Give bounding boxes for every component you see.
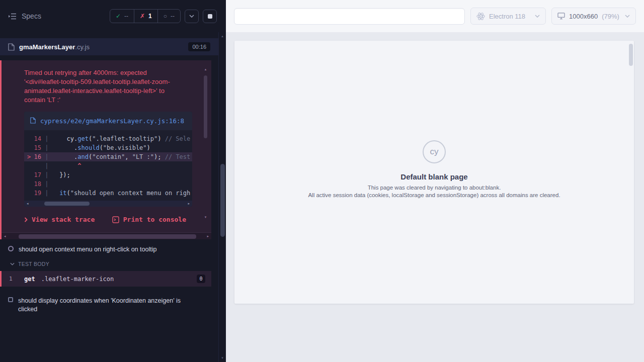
code-line: | ^: [24, 161, 192, 170]
cross-icon: ✗: [140, 13, 145, 20]
test-item-queued[interactable]: should display coordinates when 'Koordin…: [0, 291, 218, 318]
reporter-scrollbar[interactable]: ▴ ▾: [218, 32, 226, 362]
specs-list-icon: [8, 13, 17, 20]
app: Specs ✓ -- ✗ 1 ○ --: [0, 0, 644, 362]
viewport-size: 1000x660: [569, 13, 598, 20]
chevron-right-icon: [24, 217, 28, 222]
chevron-down-icon: [535, 15, 540, 18]
browser-label: Electron 118: [489, 13, 525, 20]
scroll-right-icon[interactable]: ▸: [188, 202, 190, 206]
code-line: >16 | .and("contain", "LT :"); // Test: [24, 152, 192, 161]
error-vscrollbar[interactable]: ▴ ▾: [203, 67, 208, 219]
check-icon: ✓: [116, 13, 121, 20]
code-frame-hscroll-thumb[interactable]: [44, 202, 90, 206]
command-row[interactable]: 1 get .leaflet-marker-icon 0: [0, 271, 211, 287]
spec-timer: 00:16: [188, 42, 210, 51]
stat-failed[interactable]: ✗ 1: [134, 10, 157, 23]
code-line: 15 | .should("be.visible"): [24, 143, 192, 152]
scroll-down-icon[interactable]: ▾: [205, 215, 207, 219]
code-frame: cypress/e2e/gmaMarkersLayer.cy.js:16:8 1…: [24, 112, 192, 207]
test-stats: ✓ -- ✗ 1 ○ --: [110, 9, 181, 23]
viewport-icon: [557, 13, 565, 20]
error-message: Timed out retrying after 4000ms: expecte…: [2, 68, 211, 112]
chevron-down-icon: [625, 15, 630, 18]
code-frame-lines: 14 | cy.get(".leaflet-tooltip") // Sele …: [24, 130, 192, 198]
cypress-reporter: Specs ✓ -- ✗ 1 ○ --: [0, 0, 226, 362]
test-title: should open context menu on right-click …: [19, 245, 156, 254]
runner: Electron 118 1000x660 (79%) cy Default b…: [226, 0, 644, 362]
runner-header: Electron 118 1000x660 (79%): [226, 0, 644, 32]
error-actions: View stack trace Print to console: [2, 212, 211, 232]
code-line: 18 |: [24, 179, 192, 189]
code-line: 19 | it("should open context menu on rig…: [24, 189, 192, 198]
specs-menu-button[interactable]: Specs: [8, 12, 41, 20]
blank-page: cy Default blank page This page was clea…: [234, 140, 634, 200]
aut-iframe: cy Default blank page This page was clea…: [234, 41, 634, 304]
url-input[interactable]: [234, 8, 465, 25]
stat-pending[interactable]: ○ --: [157, 10, 180, 23]
command-badge: 0: [197, 275, 205, 283]
scroll-right-icon[interactable]: ▸: [207, 234, 209, 238]
viewport-scale: (79%): [602, 13, 619, 20]
code-frame-file-link[interactable]: cypress/e2e/gmaMarkersLayer.cy.js:16:8: [24, 112, 192, 130]
test-body-section[interactable]: TEST BODY: [0, 258, 218, 271]
specs-label: Specs: [22, 12, 41, 20]
error-panel: Timed out retrying after 4000ms: expecte…: [0, 60, 211, 239]
blank-page-title: Default blank page: [234, 172, 634, 181]
scroll-up-icon[interactable]: ▴: [219, 34, 226, 38]
command-number: 1: [9, 276, 24, 282]
code-line: 14 | cy.get(".leaflet-tooltip") // Sele: [24, 134, 192, 143]
chevron-down-icon: [189, 15, 194, 18]
aut-scrollbar-thumb[interactable]: [629, 44, 633, 66]
spec-name: gmaMarkersLayer.cy.js: [19, 43, 90, 51]
viewport-selector[interactable]: 1000x660 (79%): [551, 8, 636, 25]
blank-page-line1: This page was cleared by navigating to a…: [234, 185, 634, 191]
test-title: should display coordinates when 'Koordin…: [18, 297, 188, 314]
print-to-console-button[interactable]: Print to console: [112, 216, 186, 223]
chevron-down-icon: [10, 262, 15, 265]
pending-circle-icon: ○: [164, 13, 167, 20]
electron-icon: [476, 12, 485, 21]
code-file-icon: [30, 117, 36, 124]
error-vscroll-thumb[interactable]: [204, 75, 207, 138]
reporter-header: Specs ✓ -- ✗ 1 ○ --: [0, 0, 226, 32]
command-name: get: [24, 276, 35, 283]
scroll-left-icon[interactable]: ◂: [4, 234, 6, 238]
console-icon: [112, 216, 119, 223]
stop-icon: [208, 14, 212, 19]
reporter-header-controls: ✓ -- ✗ 1 ○ --: [110, 9, 217, 23]
file-icon: [8, 43, 15, 51]
test-queued-icon: [8, 297, 13, 302]
cypress-logo: cy: [423, 140, 446, 163]
error-hscrollbar[interactable]: ◂ ▸: [2, 232, 211, 239]
reporter-content: gmaMarkersLayer.cy.js 00:16 Timed out re…: [0, 38, 218, 318]
error-hscroll-thumb[interactable]: [19, 234, 196, 239]
scroll-left-icon[interactable]: ◂: [27, 202, 29, 206]
test-item-active[interactable]: should open context menu on right-click …: [0, 239, 218, 258]
reporter-scroll-thumb[interactable]: [220, 164, 225, 237]
view-stack-trace-link[interactable]: View stack trace: [24, 216, 95, 223]
spec-header[interactable]: gmaMarkersLayer.cy.js 00:16: [0, 38, 218, 55]
command-message: .leaflet-marker-icon: [41, 276, 114, 283]
stat-passed[interactable]: ✓ --: [110, 10, 134, 23]
stop-button[interactable]: [203, 10, 217, 23]
scroll-up-icon[interactable]: ▴: [205, 67, 207, 71]
test-running-icon: [8, 246, 14, 251]
browser-select[interactable]: Electron 118: [470, 8, 546, 25]
code-line: 17 | });: [24, 170, 192, 179]
scroll-down-icon[interactable]: ▾: [219, 356, 226, 360]
blank-page-line2: All active session data (cookies, localS…: [234, 192, 634, 198]
code-frame-hscrollbar[interactable]: ◂ ▸: [24, 201, 192, 207]
collapse-all-button[interactable]: [185, 10, 199, 23]
